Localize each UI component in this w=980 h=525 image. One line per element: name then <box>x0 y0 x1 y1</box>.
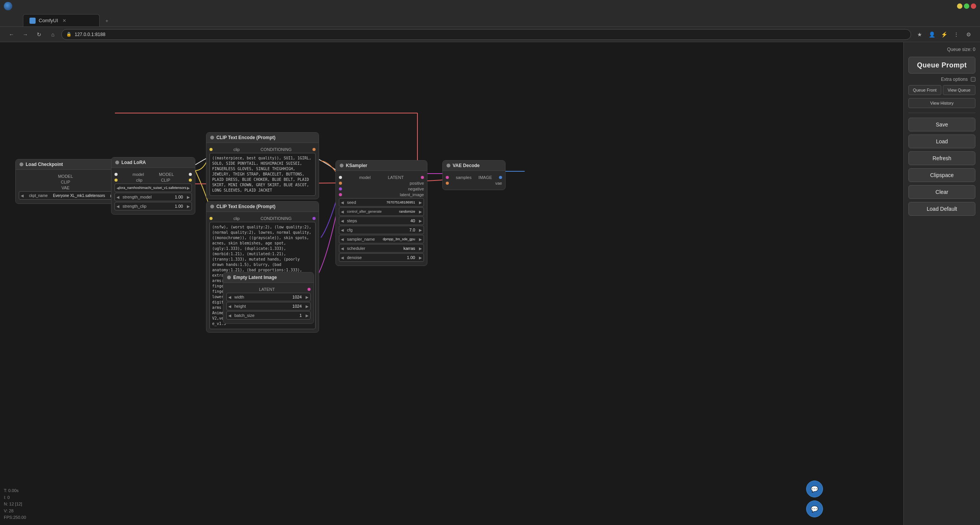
stat-n: N: 12 [12] <box>4 501 26 508</box>
ctrl-left[interactable]: ◀ <box>339 210 345 214</box>
bookmarks-btn[interactable]: ★ <box>914 29 925 40</box>
str-clip-value: 1.00 <box>170 204 185 208</box>
cfg-left[interactable]: ◀ <box>339 228 345 232</box>
ctrl-right[interactable]: ▶ <box>417 210 424 214</box>
back-btn[interactable]: ← <box>6 29 17 40</box>
str-model-right[interactable]: ▶ <box>185 195 191 199</box>
chat-btn[interactable]: 💬 <box>806 481 823 497</box>
vae-label: VAE <box>61 185 69 190</box>
batch-right[interactable]: ▶ <box>304 313 310 318</box>
empty-latent-header: Empty Latent Image <box>223 272 314 283</box>
clip-text-positive-node: CLIP Text Encode (Prompt) clip CONDITION… <box>206 132 319 199</box>
vae-image-port <box>499 176 502 179</box>
node-dot <box>20 162 23 166</box>
height-right[interactable]: ▶ <box>304 304 310 308</box>
width-left[interactable]: ◀ <box>227 295 233 299</box>
ckpt-select[interactable]: ◀ ckpt_name Everyone XL_mk1.safetensors … <box>19 191 115 200</box>
view-history-btn[interactable]: View History <box>908 98 975 108</box>
str-clip-left[interactable]: ◀ <box>115 204 121 208</box>
vae-samples-row: samples IMAGE <box>446 175 502 180</box>
ks-latent-in-label: latent_image <box>400 192 424 197</box>
home-btn[interactable]: ⌂ <box>47 29 58 40</box>
load-btn[interactable]: Load <box>908 135 975 148</box>
sampler-left[interactable]: ◀ <box>339 237 345 241</box>
steps-left[interactable]: ◀ <box>339 219 345 223</box>
settings-btn[interactable]: ⚙ <box>963 29 974 40</box>
close-btn[interactable] <box>971 3 976 9</box>
save-btn[interactable]: Save <box>908 118 975 131</box>
sched-right[interactable]: ▶ <box>417 246 424 251</box>
load-default-btn[interactable]: Load Default <box>908 202 975 216</box>
queue-prompt-btn[interactable]: Queue Prompt <box>908 57 975 74</box>
load-checkpoint-node: Load Checkpoint MODEL CLIP VAE <box>15 159 119 204</box>
vae-image-out-label: IMAGE <box>478 175 492 180</box>
canvas-area[interactable]: Load Checkpoint MODEL CLIP VAE <box>0 42 903 525</box>
denoise-left[interactable]: ◀ <box>339 256 345 260</box>
view-queue-btn[interactable]: View Queue <box>943 85 976 95</box>
width-right[interactable]: ▶ <box>304 295 310 299</box>
load-lora-header: Load LoRA <box>111 158 195 168</box>
forward-btn[interactable]: → <box>20 29 31 40</box>
clip-pos-text[interactable]: ((masterpiece, best quality)), SUI1, 1GI… <box>209 153 316 196</box>
clip-neg-out-label: CONDITIONING <box>260 216 291 221</box>
lora-clip-in-port <box>115 179 118 182</box>
active-tab[interactable]: ComfyUI ✕ <box>23 14 100 26</box>
ctrl-label: control_after_generate <box>345 210 397 213</box>
seed-label: seed <box>345 200 384 205</box>
steps-value: 40 <box>402 218 417 223</box>
minimize-btn[interactable] <box>957 3 962 9</box>
cfg-right[interactable]: ▶ <box>417 228 424 232</box>
seed-left[interactable]: ◀ <box>339 200 345 205</box>
sched-left[interactable]: ◀ <box>339 246 345 251</box>
clip-neg-out-port <box>312 217 316 220</box>
sampler-row: ◀ sampler_name dpmpp_3m_sde_gpu ▶ <box>339 235 424 243</box>
vae-decode-body: samples IMAGE vae <box>443 171 505 190</box>
refresh-btn[interactable]: Refresh <box>908 151 975 165</box>
seed-right[interactable]: ▶ <box>417 200 424 205</box>
clipspace-btn[interactable]: Clipspace <box>908 168 975 182</box>
height-left[interactable]: ◀ <box>227 304 233 308</box>
ksampler-header: KSampler <box>336 161 427 171</box>
lora-select[interactable]: ◀ lora_namhoshimachi_suisei_v1.safetenso… <box>115 184 192 192</box>
reload-btn[interactable]: ↻ <box>34 29 44 40</box>
steps-right[interactable]: ▶ <box>417 219 424 223</box>
address-bar[interactable]: 🔒 127.0.0.1:8188 <box>61 29 911 40</box>
height-value: 1024 <box>289 304 304 308</box>
batch-left[interactable]: ◀ <box>227 313 233 318</box>
clip-pos-title: CLIP Text Encode (Prompt) <box>216 135 275 140</box>
ksampler-model-row: model LATENT <box>339 175 424 180</box>
str-clip-right[interactable]: ▶ <box>185 204 191 208</box>
browser-icon <box>4 2 12 10</box>
extensions-btn[interactable]: ⚡ <box>939 29 949 40</box>
extra-options-checkbox[interactable] <box>971 77 975 82</box>
lora-model-input: model MODEL <box>115 172 192 177</box>
latent-out-row: LATENT <box>226 287 311 292</box>
tab-close-btn[interactable]: ✕ <box>61 18 67 24</box>
clip-pos-body: clip CONDITIONING ((masterpiece, best qu… <box>206 143 319 199</box>
lora-arrow-l[interactable]: ◀ <box>116 186 119 190</box>
more-btn[interactable]: ⋮ <box>951 29 962 40</box>
steps-row: ◀ steps 40 ▶ <box>339 217 424 225</box>
empty-latent-node: Empty Latent Image LATENT ◀ width 1024 ▶… <box>223 272 314 324</box>
maximize-btn[interactable] <box>964 3 969 9</box>
profile-btn[interactable]: 👤 <box>926 29 937 40</box>
queue-front-btn[interactable]: Queue Front <box>908 85 941 95</box>
denoise-right[interactable]: ▶ <box>417 256 424 260</box>
str-model-value: 1.00 <box>170 195 185 199</box>
vae-vae-label: vae <box>495 181 502 185</box>
lora-arrow-r[interactable]: ▶ <box>187 186 190 190</box>
load-lora-body: model MODEL clip CLIP ◀ lora_namhoshimac… <box>111 168 195 214</box>
vae-decode-header: VAE Decode <box>443 161 505 171</box>
ksampler-title: KSampler <box>346 163 367 168</box>
help-btn[interactable]: 💬 <box>806 500 823 517</box>
ckpt-name-label: ckpt_name <box>29 194 48 198</box>
node-dot-lora <box>115 161 119 164</box>
sampler-right[interactable]: ▶ <box>417 237 424 241</box>
clip-pos-in-label: clip <box>233 147 240 152</box>
ckpt-arrow-l[interactable]: ◀ <box>21 194 24 198</box>
new-tab-btn[interactable]: + <box>101 15 113 26</box>
clear-btn[interactable]: Clear <box>908 185 975 199</box>
str-model-left[interactable]: ◀ <box>115 195 121 199</box>
control-after-row: ◀ control_after_generate randomize ▶ <box>339 207 424 216</box>
browser-chrome: ComfyUI ✕ + <box>0 0 980 27</box>
